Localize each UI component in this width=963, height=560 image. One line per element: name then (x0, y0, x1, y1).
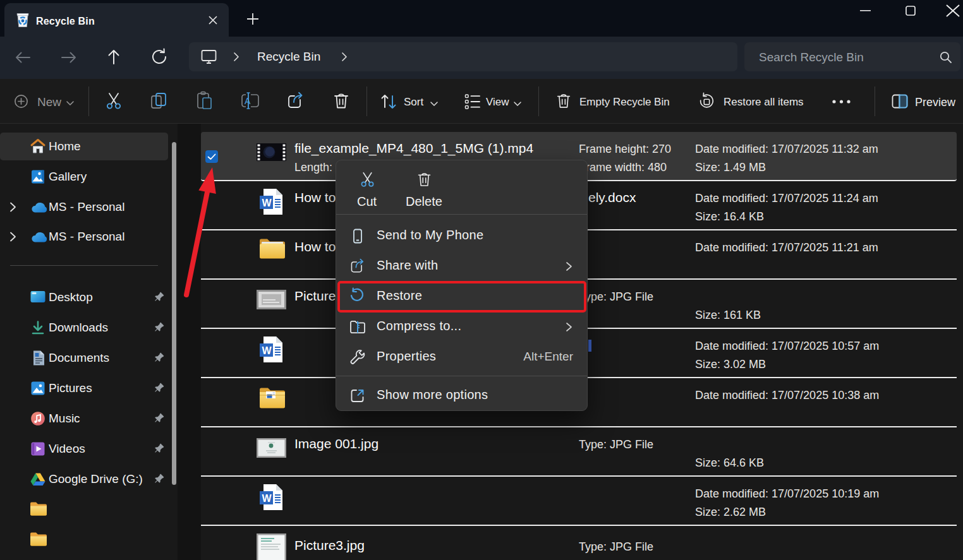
svg-text:W: W (262, 345, 272, 356)
svg-text:A: A (245, 96, 251, 106)
svg-text:W: W (262, 198, 272, 208)
svg-text:W: W (262, 493, 272, 504)
